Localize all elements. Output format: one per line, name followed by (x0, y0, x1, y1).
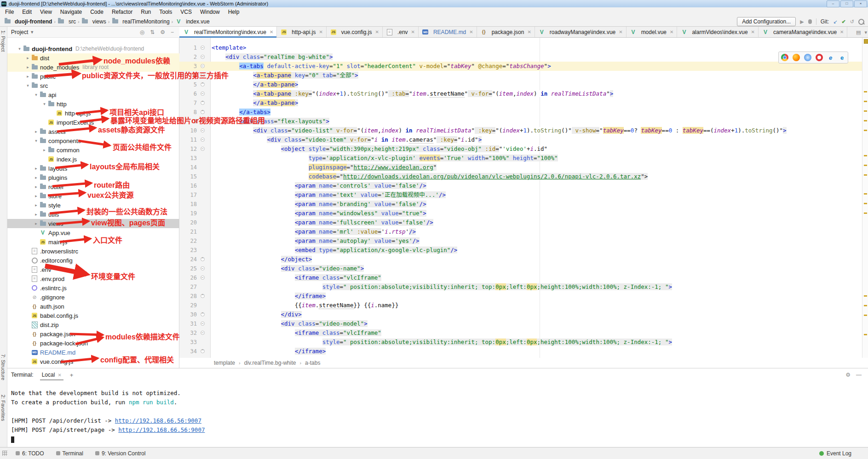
stripe-mark[interactable] (864, 193, 867, 195)
terminal-tab-local[interactable]: Local ✕ (40, 370, 63, 380)
code-line[interactable]: 29 {{item.streetName}} {{i.name}} (179, 301, 862, 310)
code-line[interactable]: 30^ </div> (179, 310, 862, 319)
terminal-link[interactable]: http://192.168.66.56:9007 (118, 426, 205, 433)
fold-marker-icon[interactable]: − (201, 275, 205, 280)
chevron-collapsed-icon[interactable]: ▸ (25, 56, 31, 60)
close-icon[interactable]: ✕ (670, 29, 673, 34)
code-line[interactable]: 2− <div class="realTime bg-white"> (179, 52, 862, 62)
editor-breadcrumb-item[interactable]: template (214, 360, 235, 366)
code-line[interactable]: 26− <iframe class="vlcIframe" (179, 273, 862, 282)
stripe-mark[interactable] (864, 305, 867, 306)
status-item-todo[interactable]: 6: TODO (16, 450, 44, 457)
tree-item[interactable]: ⊘.gitignore (7, 293, 179, 302)
stripe-mark[interactable] (864, 120, 867, 121)
breadcrumb-item[interactable]: realTimeMonitoring (111, 18, 169, 25)
stripe-mark[interactable] (864, 91, 867, 92)
editor-tab[interactable]: VcameraManage\index.vue✕ (759, 27, 847, 37)
editor-tab[interactable]: JShttp-api.js✕ (277, 27, 326, 37)
code-line[interactable]: 21 <param name='mrl' :value='i.rtsp'/> (179, 227, 862, 236)
close-icon[interactable]: ✕ (375, 29, 379, 34)
code-line[interactable]: 34^ </iframe> (179, 347, 862, 356)
locate-file-icon[interactable]: ◎ (140, 29, 144, 35)
tab-list-icon[interactable]: ▤ (856, 29, 861, 35)
code-line[interactable]: 15 codebase="http://downloads.videolan.o… (179, 172, 862, 181)
breadcrumb-item[interactable]: views (81, 18, 106, 25)
tool-windows-icon[interactable] (2, 451, 7, 456)
close-icon[interactable]: ✕ (270, 29, 273, 34)
code-line[interactable]: 23 <embed type="application/x-google-vlc… (179, 246, 862, 255)
event-log-icon[interactable] (819, 451, 824, 456)
editor-tab[interactable]: MDREADME.md✕ (419, 27, 477, 37)
fold-marker-icon[interactable]: − (201, 321, 205, 326)
fold-end-icon[interactable]: ^ (201, 349, 205, 353)
editor-tab[interactable]: Vmodel.vue✕ (627, 27, 678, 37)
code-line[interactable]: 7^ </a-tab-pane> (179, 98, 862, 108)
tree-item[interactable]: JSbabel.config.js (7, 311, 179, 320)
fold-marker-icon[interactable]: − (201, 55, 205, 59)
code-line[interactable]: 4− <a-tab-pane key="0" tab="全部"> (179, 71, 862, 80)
stripe-mark[interactable] (864, 130, 867, 131)
menu-item-tools[interactable]: Tools (155, 8, 176, 16)
chevron-collapsed-icon[interactable]: ▸ (33, 212, 39, 217)
code-line[interactable]: 19 <param name="windowless" value="true"… (179, 209, 862, 218)
editor-tab[interactable]: VroadwayManage\index.vue✕ (535, 27, 627, 37)
tree-item[interactable]: .editorconfig (7, 256, 179, 265)
fold-end-icon[interactable]: ^ (201, 101, 205, 105)
fold-end-icon[interactable]: ^ (201, 312, 205, 316)
debug-icon[interactable] (808, 19, 812, 24)
code-line[interactable]: 5^ </a-tab-pane> (179, 80, 862, 89)
code-line[interactable]: 20 <param name='fullscreen' value='false… (179, 218, 862, 227)
editor-tab[interactable]: ValarmVideos\index.vue✕ (677, 27, 759, 37)
editor-tab[interactable]: JSvue.config.js✕ (327, 27, 383, 37)
code-line[interactable]: 11− <div class="video-item" v-for="i in … (179, 135, 862, 144)
code-line[interactable]: 28^ </iframe> (179, 292, 862, 301)
breadcrumb-item[interactable]: duoji-frontend (4, 18, 52, 25)
terminal-link[interactable]: http://192.168.66.56:9007 (115, 417, 201, 424)
breadcrumb-item[interactable]: src (57, 18, 76, 25)
stripe-mark[interactable] (864, 203, 867, 204)
code-line[interactable]: 16 <param name='controls' value='false'/… (179, 181, 862, 190)
code-line[interactable]: 31− <div class="video-model"> (179, 319, 862, 328)
chevron-collapsed-icon[interactable]: ▸ (41, 148, 47, 152)
tree-item[interactable]: ▾api (7, 90, 179, 99)
stripe-mark[interactable] (864, 155, 867, 156)
code-line[interactable]: 8^ </a-tabs> (179, 108, 862, 117)
scroll-sync-icon[interactable]: ⇅ (150, 29, 155, 35)
stripe-mark[interactable] (864, 315, 867, 316)
terminal-settings-icon[interactable]: ⚙ (845, 372, 851, 378)
tree-item[interactable]: ▾src (7, 81, 179, 90)
menu-item-file[interactable]: File (1, 8, 18, 16)
stripe-mark[interactable] (864, 174, 867, 176)
fold-end-icon[interactable]: ^ (201, 82, 205, 86)
chevron-collapsed-icon[interactable]: ▸ (33, 175, 39, 180)
close-icon[interactable]: ✕ (840, 29, 844, 34)
chevron-expanded-icon[interactable]: ▾ (25, 83, 31, 88)
chevron-collapsed-icon[interactable]: ▸ (25, 74, 31, 79)
code-line[interactable]: 6− <a-tab-pane :key="(index+1).toString(… (179, 89, 862, 98)
fold-marker-icon[interactable]: − (201, 92, 205, 96)
error-stripe[interactable] (862, 38, 868, 358)
editor-breadcrumb-item[interactable]: div.realTime.bg-white (244, 360, 296, 366)
code-line[interactable]: 10− <div class="video-list" v-for="(item… (179, 126, 862, 135)
chevron-expanded-icon[interactable]: ▾ (33, 138, 39, 143)
close-icon[interactable]: ✕ (619, 29, 622, 34)
tree-item[interactable]: ▸plugins (7, 173, 179, 182)
chevron-collapsed-icon[interactable]: ▸ (33, 129, 39, 134)
stripe-mark[interactable] (864, 334, 867, 335)
git-commit-icon[interactable]: ✔ (842, 19, 846, 25)
new-terminal-button[interactable]: + (70, 372, 74, 379)
collapse-tabs-icon[interactable]: ▾ (864, 29, 867, 35)
terminal-minimize-icon[interactable]: — (856, 372, 862, 378)
inspection-indicator-icon[interactable] (864, 39, 868, 44)
code-line[interactable]: 33 style=" position:absolute;visibility:… (179, 338, 862, 347)
code-line[interactable]: 24^ </object> (179, 255, 862, 264)
close-icon[interactable]: ✕ (411, 29, 415, 34)
run-icon[interactable]: ▶ (800, 19, 804, 25)
git-update-icon[interactable]: ↙ (833, 19, 837, 25)
stripe-mark[interactable] (864, 295, 867, 297)
close-icon[interactable]: ✕ (319, 29, 322, 34)
event-log-label[interactable]: Event Log (827, 450, 851, 457)
fold-marker-icon[interactable]: − (201, 266, 205, 270)
close-icon[interactable]: ✕ (751, 29, 755, 34)
code-line[interactable]: 1−<template> (179, 43, 862, 52)
